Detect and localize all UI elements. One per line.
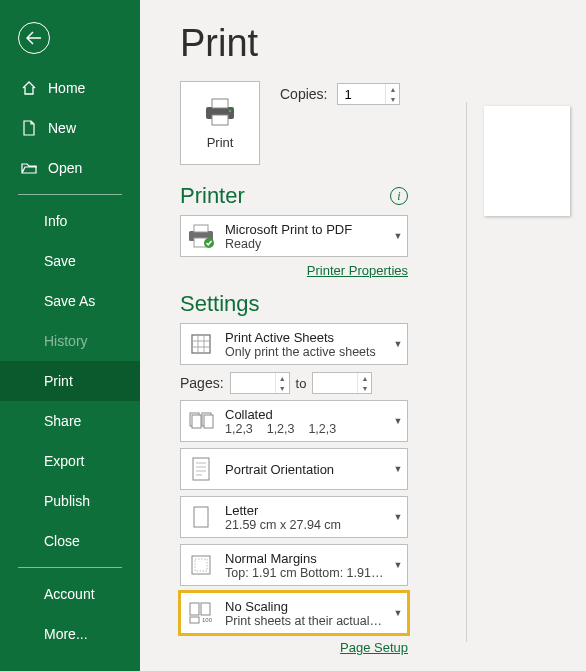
- svg-rect-2: [212, 115, 228, 125]
- printer-heading: Printer: [180, 183, 245, 209]
- pages-from-spinner[interactable]: ▲▼: [230, 372, 290, 394]
- svg-point-3: [229, 109, 232, 112]
- backstage-sidebar: Home New Open Info Save Save As History …: [0, 0, 140, 671]
- preview-sheet: [484, 106, 570, 216]
- chevron-down-icon: ▼: [394, 464, 403, 474]
- nav-publish[interactable]: Publish: [0, 481, 140, 521]
- printer-selector-icon: [181, 216, 221, 256]
- svg-text:100: 100: [202, 617, 213, 623]
- chevron-down-icon: ▼: [394, 512, 403, 522]
- pages-to-spinner[interactable]: ▲▼: [312, 372, 372, 394]
- nav-history: History: [0, 321, 140, 361]
- nav-label: New: [48, 120, 76, 136]
- nav-saveas[interactable]: Save As: [0, 281, 140, 321]
- copies-label: Copies:: [280, 86, 327, 102]
- scaling-icon: 100: [181, 593, 221, 633]
- print-panel: Print Print Copies: ▲ ▼ Printer i: [140, 0, 586, 671]
- nav-print[interactable]: Print: [0, 361, 140, 401]
- margins-icon: [181, 545, 221, 585]
- print-preview-pane: [466, 102, 586, 642]
- printer-selector[interactable]: Microsoft Print to PDF Ready ▼: [180, 215, 408, 257]
- scaling-selector[interactable]: 100 No Scaling Print sheets at their act…: [180, 592, 408, 634]
- chevron-down-icon: ▼: [394, 608, 403, 618]
- svg-rect-13: [193, 458, 209, 480]
- chevron-down-icon: ▼: [394, 231, 403, 241]
- margins-selector[interactable]: Normal Margins Top: 1.91 cm Bottom: 1.91…: [180, 544, 408, 586]
- spinner-down[interactable]: ▼: [386, 94, 399, 104]
- nav-label: Home: [48, 80, 85, 96]
- svg-rect-1: [212, 99, 228, 108]
- chevron-down-icon: ▼: [394, 416, 403, 426]
- spinner-down[interactable]: ▼: [276, 383, 289, 393]
- printer-status: Ready: [225, 237, 385, 251]
- copies-input[interactable]: [338, 87, 385, 102]
- copies-row: Copies: ▲ ▼: [280, 81, 400, 105]
- nav-export[interactable]: Export: [0, 441, 140, 481]
- spinner-up[interactable]: ▲: [386, 84, 399, 94]
- nav-share[interactable]: Share: [0, 401, 140, 441]
- pages-label: Pages:: [180, 375, 224, 391]
- nav-save[interactable]: Save: [0, 241, 140, 281]
- back-button[interactable]: [18, 22, 50, 54]
- spinner-down[interactable]: ▼: [358, 383, 371, 393]
- svg-rect-17: [190, 603, 199, 615]
- collated-icon: [181, 401, 221, 441]
- nav-account[interactable]: Account: [0, 574, 140, 614]
- printer-info-icon[interactable]: i: [390, 187, 408, 205]
- nav-new[interactable]: New: [0, 108, 140, 148]
- chevron-down-icon: ▼: [394, 560, 403, 570]
- svg-rect-10: [192, 415, 201, 428]
- paper-icon: [181, 497, 221, 537]
- orientation-selector[interactable]: Portrait Orientation ▼: [180, 448, 408, 490]
- printer-section-head: Printer i: [180, 183, 408, 209]
- print-what-selector[interactable]: Print Active Sheets Only print the activ…: [180, 323, 408, 365]
- arrow-left-icon: [26, 31, 42, 45]
- nav-top-group: Home New Open: [0, 68, 140, 188]
- chevron-down-icon: ▼: [394, 339, 403, 349]
- spinner-up[interactable]: ▲: [358, 373, 371, 383]
- printer-icon: [187, 223, 215, 249]
- spinner-up[interactable]: ▲: [276, 373, 289, 383]
- svg-rect-12: [204, 415, 213, 428]
- printer-properties-link[interactable]: Printer Properties: [307, 263, 408, 278]
- dropdown-arrow: ▼: [389, 231, 407, 241]
- nav-more[interactable]: More...: [0, 614, 140, 654]
- divider: [18, 567, 122, 568]
- home-icon: [20, 79, 38, 97]
- printer-large-icon: [203, 97, 237, 127]
- page-setup-link[interactable]: Page Setup: [340, 640, 408, 655]
- pages-row: Pages: ▲▼ to ▲▼: [180, 372, 408, 394]
- page-title: Print: [180, 22, 556, 65]
- collation-selector[interactable]: Collated 1,2,3 1,2,3 1,2,3 ▼: [180, 400, 408, 442]
- svg-rect-8: [192, 335, 210, 353]
- svg-rect-18: [201, 603, 210, 615]
- nav-bottom-group: Account More...: [0, 574, 140, 654]
- open-icon: [20, 159, 38, 177]
- svg-rect-19: [190, 617, 199, 623]
- spinner-arrows: ▲ ▼: [385, 84, 399, 104]
- pages-to-input[interactable]: [313, 376, 357, 391]
- portrait-icon: [181, 449, 221, 489]
- nav-close[interactable]: Close: [0, 521, 140, 561]
- printer-selector-text: Microsoft Print to PDF Ready: [221, 217, 389, 256]
- sheets-icon: [181, 324, 221, 364]
- nav-home[interactable]: Home: [0, 68, 140, 108]
- divider: [18, 194, 122, 195]
- nav-mid-group: Info Save Save As History Print Share Ex…: [0, 201, 140, 561]
- print-button-label: Print: [207, 135, 234, 150]
- nav-info[interactable]: Info: [0, 201, 140, 241]
- pages-from-input[interactable]: [231, 376, 275, 391]
- copies-spinner[interactable]: ▲ ▼: [337, 83, 400, 105]
- print-button[interactable]: Print: [180, 81, 260, 165]
- nav-open[interactable]: Open: [0, 148, 140, 188]
- svg-rect-5: [194, 225, 208, 232]
- nav-label: Open: [48, 160, 82, 176]
- svg-rect-14: [194, 507, 208, 527]
- paper-size-selector[interactable]: Letter 21.59 cm x 27.94 cm ▼: [180, 496, 408, 538]
- printer-name: Microsoft Print to PDF: [225, 222, 385, 237]
- new-icon: [20, 119, 38, 137]
- pages-to-label: to: [296, 376, 307, 391]
